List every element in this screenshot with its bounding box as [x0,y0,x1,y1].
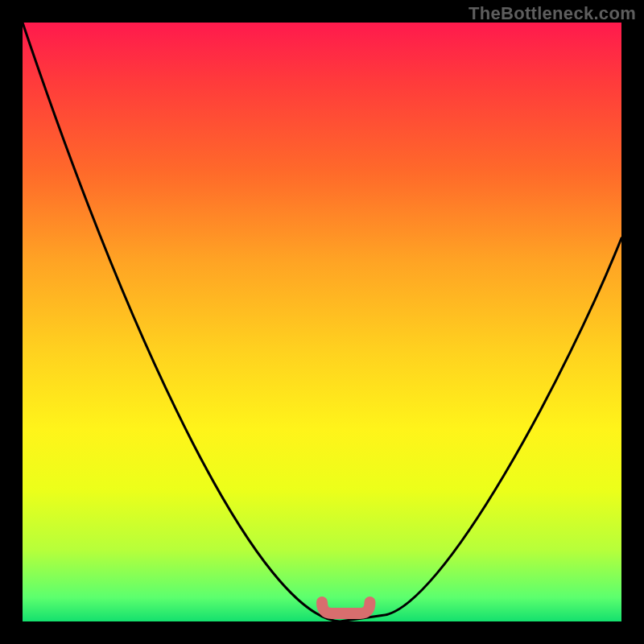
bottleneck-curve [23,23,621,621]
optimal-highlight [322,602,370,613]
chart-svg [23,23,621,621]
watermark-label: TheBottleneck.com [469,3,636,24]
chart-frame: TheBottleneck.com [0,0,644,644]
chart-plot-area [23,23,621,621]
